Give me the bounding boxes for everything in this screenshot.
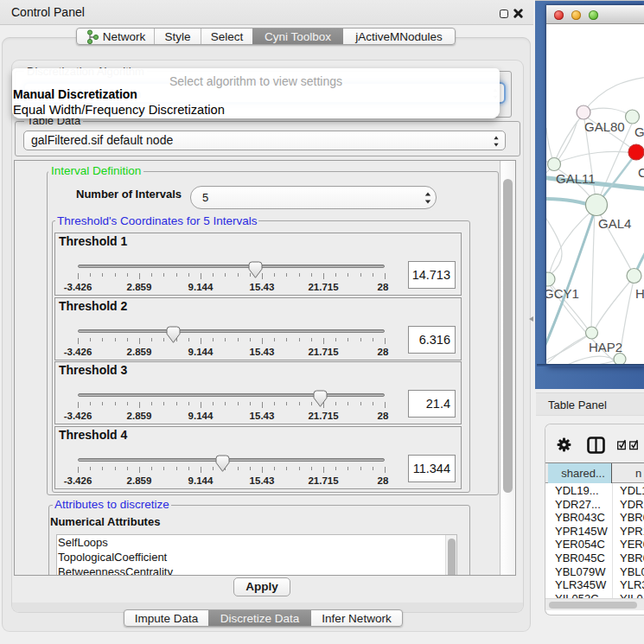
svg-text:GAL: GAL [634,124,644,139]
svg-text:GAL11: GAL11 [556,171,596,186]
svg-text:HX: HX [635,286,644,301]
svg-text:HAP2: HAP2 [589,340,622,354]
svg-text:GAL80: GAL80 [584,119,625,134]
svg-text:CD: CD [638,165,644,180]
svg-text:GCY1: GCY1 [546,286,579,301]
svg-text:GAL4: GAL4 [598,216,631,231]
